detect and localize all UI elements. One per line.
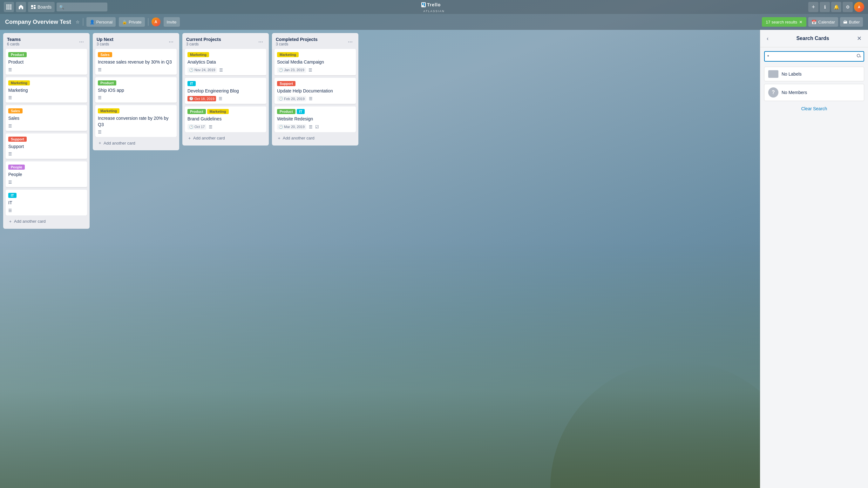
card-it[interactable]: IT IT ☰ bbox=[6, 190, 87, 215]
svg-rect-13 bbox=[421, 2, 426, 7]
add-card-label: Add another card bbox=[283, 136, 314, 141]
search-input-icon bbox=[857, 54, 861, 59]
card-analytics-data[interactable]: Marketing Analytics Data 🕐Nov 24, 2019☰ bbox=[185, 49, 266, 75]
add-button[interactable]: + bbox=[808, 2, 818, 12]
card-footer: 🕐Jan 23, 2019☰ bbox=[277, 67, 353, 73]
card-website-redesign[interactable]: ProductIT Website Redesign 🕐Mar 20, 2019… bbox=[275, 106, 356, 132]
add-card-button-completed-projects[interactable]: ＋ Add another card bbox=[275, 133, 356, 143]
card-title: Ship iOS app bbox=[98, 87, 174, 94]
nav-search-input[interactable] bbox=[57, 3, 107, 11]
description-icon: ☰ bbox=[98, 130, 102, 134]
card-label: Product bbox=[187, 109, 206, 114]
no-members-section[interactable]: ? No Members bbox=[764, 84, 864, 101]
info-button[interactable]: ℹ bbox=[820, 2, 830, 12]
card-date: 🕐Jan 23, 2019 bbox=[277, 67, 306, 73]
search-input-wrap bbox=[764, 51, 864, 62]
column-up-next: Up Next 3 cards ··· Sales Increase sales… bbox=[93, 33, 179, 150]
card-date: 🕐Nov 24, 2019 bbox=[187, 67, 217, 73]
column-count: 3 cards bbox=[186, 42, 221, 47]
svg-point-18 bbox=[857, 54, 860, 57]
description-icon: ☰ bbox=[8, 152, 12, 156]
column-title: Teams bbox=[7, 37, 21, 42]
description-icon: ☰ bbox=[8, 124, 12, 128]
card-people[interactable]: People People ☰ bbox=[6, 161, 87, 187]
svg-rect-6 bbox=[6, 8, 8, 9]
search-panel: ‹ Search Cards ✕ No Labels ? bbox=[760, 30, 868, 488]
search-close-icon[interactable]: ✕ bbox=[799, 20, 803, 25]
card-brand-guidelines[interactable]: ProductMarketing Brand Guidelines 🕐Oct 1… bbox=[185, 106, 266, 132]
svg-rect-17 bbox=[860, 56, 861, 58]
no-labels-section[interactable]: No Labels bbox=[764, 67, 864, 81]
card-increase-conversion[interactable]: Marketing Increase conversion rate by 20… bbox=[95, 105, 177, 137]
add-icon: ＋ bbox=[187, 135, 192, 141]
no-label-box bbox=[768, 70, 778, 78]
panel-header: ‹ Search Cards ✕ bbox=[760, 30, 868, 47]
column-menu-button[interactable]: ··· bbox=[167, 38, 175, 46]
clock-icon: 🕐 bbox=[189, 68, 193, 72]
private-button[interactable]: 🔒 Private bbox=[119, 17, 145, 27]
butler-icon: 🏔 bbox=[843, 20, 847, 25]
svg-rect-11 bbox=[31, 8, 33, 9]
card-help-docs[interactable]: Support Update Help Documentation 🕐Feb 2… bbox=[275, 78, 356, 104]
add-card-button-teams[interactable]: ＋ Add another card bbox=[6, 217, 87, 226]
card-label: IT bbox=[297, 109, 305, 114]
avatar[interactable]: A bbox=[854, 2, 864, 12]
card-search-input[interactable] bbox=[767, 54, 857, 59]
clock-icon: 🕐 bbox=[189, 97, 193, 101]
card-eng-blog[interactable]: IT Develop Engineering Blog 🕐Oct 18, 201… bbox=[185, 78, 266, 104]
notifications-button[interactable]: 🔔 bbox=[831, 2, 841, 12]
card-title: IT bbox=[8, 200, 85, 206]
card-ship-ios[interactable]: Product Ship iOS app ☰ bbox=[95, 77, 177, 103]
search-results-label: 17 search results bbox=[766, 20, 797, 25]
svg-rect-2 bbox=[10, 4, 11, 6]
column-menu-button[interactable]: ··· bbox=[346, 38, 354, 46]
calendar-button[interactable]: 📅 Calendar bbox=[808, 17, 838, 27]
panel-body: No Labels ? No Members Clear Search bbox=[760, 47, 868, 488]
card-support[interactable]: Support Support ☰ bbox=[6, 133, 87, 159]
settings-button[interactable]: ⚙ bbox=[843, 2, 853, 12]
board-avatar[interactable]: A bbox=[152, 18, 160, 26]
card-product[interactable]: Product Product ☰ bbox=[6, 49, 87, 75]
search-results-button[interactable]: 17 search results ✕ bbox=[762, 17, 806, 27]
logo-sub: ATLASSIAN bbox=[424, 9, 445, 13]
boards-button[interactable]: Boards bbox=[28, 2, 55, 12]
column-title: Current Projects bbox=[186, 37, 221, 42]
card-title: Increase conversion rate by 20% by Q3 bbox=[98, 115, 174, 128]
description-icon: ☰ bbox=[8, 180, 12, 185]
clear-search-button[interactable]: Clear Search bbox=[764, 103, 864, 114]
card-label: Support bbox=[277, 81, 296, 86]
card-footer: ☰ bbox=[98, 95, 174, 100]
panel-close-button[interactable]: ✕ bbox=[856, 34, 863, 43]
card-sales[interactable]: Sales Sales ☰ bbox=[6, 105, 87, 131]
column-menu-button[interactable]: ··· bbox=[77, 38, 86, 46]
description-icon: ☰ bbox=[309, 125, 313, 129]
add-icon: ＋ bbox=[8, 219, 12, 224]
cards-list-completed-projects: Marketing Social Media Campaign 🕐Jan 23,… bbox=[275, 49, 356, 132]
panel-back-button[interactable]: ‹ bbox=[765, 34, 770, 43]
personal-button[interactable]: 👤 Personal bbox=[86, 17, 116, 27]
svg-rect-4 bbox=[8, 6, 9, 8]
card-marketing[interactable]: Marketing Marketing ☰ bbox=[6, 77, 87, 103]
invite-button[interactable]: Invite bbox=[164, 17, 180, 27]
add-card-label: Add another card bbox=[103, 141, 135, 146]
board-title[interactable]: Company Overview Test bbox=[5, 19, 71, 25]
card-title: Develop Engineering Blog bbox=[187, 88, 264, 94]
column-menu-button[interactable]: ··· bbox=[256, 38, 265, 46]
add-card-button-current-projects[interactable]: ＋ Add another card bbox=[185, 133, 266, 143]
butler-button[interactable]: 🏔 Butler bbox=[840, 17, 863, 27]
clock-icon: 🕐 bbox=[279, 125, 283, 129]
card-social-media[interactable]: Marketing Social Media Campaign 🕐Jan 23,… bbox=[275, 49, 356, 75]
card-footer: ☰ bbox=[8, 95, 85, 100]
apps-button[interactable] bbox=[4, 2, 14, 12]
card-date: 🕐Oct 17 bbox=[187, 124, 206, 130]
svg-rect-0 bbox=[6, 4, 8, 6]
home-button[interactable] bbox=[16, 2, 26, 12]
card-footer: 🕐Nov 24, 2019☰ bbox=[187, 67, 264, 73]
star-button[interactable]: ☆ bbox=[75, 20, 80, 25]
add-icon: ＋ bbox=[98, 140, 102, 146]
add-card-button-up-next[interactable]: ＋ Add another card bbox=[95, 138, 177, 148]
no-member-box: ? bbox=[768, 87, 778, 97]
svg-text:Trello: Trello bbox=[427, 2, 441, 7]
card-footer: 🕐Feb 20, 2019☰ bbox=[277, 96, 353, 101]
card-increase-sales[interactable]: Sales Increase sales revenue by 30% in Q… bbox=[95, 49, 177, 75]
